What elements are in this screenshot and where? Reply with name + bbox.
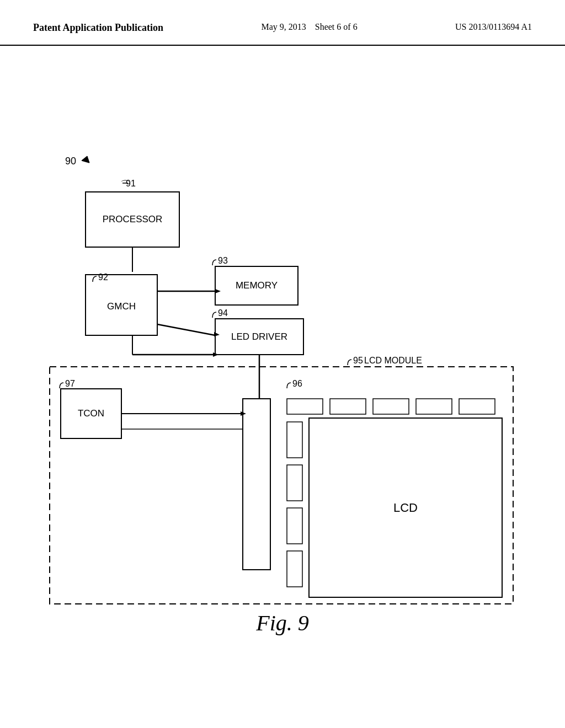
ref-90: 90 bbox=[65, 156, 76, 167]
led-bar-left-2 bbox=[287, 465, 302, 501]
led-bar-1 bbox=[287, 399, 323, 414]
page-header: Patent Application Publication May 9, 20… bbox=[0, 0, 565, 46]
svg-marker-4 bbox=[215, 289, 221, 293]
ref-97: 97 bbox=[65, 379, 75, 388]
memory-label: MEMORY bbox=[236, 280, 278, 291]
ref-95: 95 bbox=[353, 356, 363, 365]
led-bar-left-4 bbox=[287, 551, 302, 587]
lcd-module-border bbox=[50, 367, 513, 604]
led-bar-2 bbox=[330, 399, 366, 414]
vertical-bus bbox=[243, 399, 270, 570]
led-bar-5 bbox=[459, 399, 495, 414]
ref-96: 96 bbox=[292, 379, 302, 388]
svg-line-5 bbox=[157, 324, 215, 335]
figure-label: Fig. 9 bbox=[255, 611, 309, 635]
sheet-info: Sheet 6 of 6 bbox=[315, 22, 358, 31]
lcd-label: LCD bbox=[393, 501, 418, 515]
ref-93: 93 bbox=[218, 256, 228, 265]
processor-label: PROCESSOR bbox=[103, 214, 163, 224]
publication-date: May 9, 2013 bbox=[261, 22, 306, 31]
led-driver-label: LED DRIVER bbox=[231, 331, 287, 342]
tcon-label: TCON bbox=[78, 408, 104, 419]
diagram-area: 90 91 ⌒ PROCESSOR 92 GMCH 93 MEMORY 94 bbox=[0, 46, 565, 652]
publication-title: Patent Application Publication bbox=[33, 22, 163, 34]
patent-number: US 2013/0113694 A1 bbox=[455, 22, 532, 32]
header-center: May 9, 2013 Sheet 6 of 6 bbox=[261, 22, 357, 32]
lcd-module-label: LCD MODULE bbox=[364, 356, 422, 365]
led-bar-left-1 bbox=[287, 422, 302, 458]
svg-text:⌒: ⌒ bbox=[120, 179, 130, 190]
gmch-label: GMCH bbox=[107, 301, 136, 312]
ref-92: 92 bbox=[98, 272, 108, 282]
led-bar-3 bbox=[373, 399, 409, 414]
svg-marker-6 bbox=[214, 332, 220, 336]
ref-94: 94 bbox=[218, 308, 228, 318]
led-bar-left-3 bbox=[287, 508, 302, 544]
led-bar-4 bbox=[416, 399, 452, 414]
circuit-diagram: 90 91 ⌒ PROCESSOR 92 GMCH 93 MEMORY 94 bbox=[0, 46, 565, 652]
